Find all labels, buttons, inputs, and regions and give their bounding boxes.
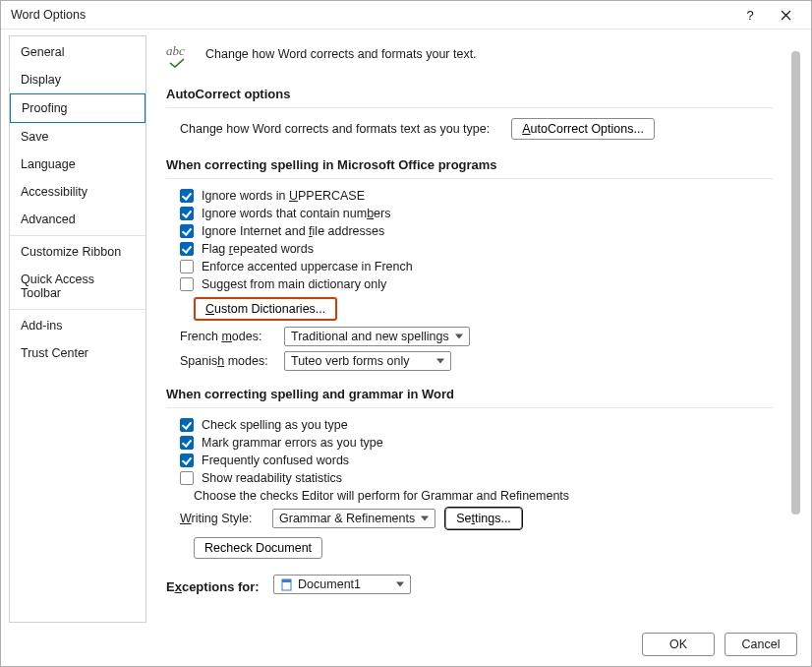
recheck-document-button[interactable]: Recheck Document xyxy=(194,537,322,559)
autocorrect-options-button[interactable]: AutoCorrect Options... xyxy=(511,118,655,140)
sidebar-item-customize-ribbon[interactable]: Customize Ribbon xyxy=(10,238,145,266)
spanish-modes-select[interactable]: Tuteo verb forms only xyxy=(284,351,451,371)
document-icon xyxy=(280,578,293,591)
sidebar-item-display[interactable]: Display xyxy=(10,66,145,93)
divider xyxy=(166,178,773,179)
french-modes-label: French modes: xyxy=(180,330,274,343)
sidebar-item-advanced[interactable]: Advanced xyxy=(10,206,145,233)
word-options-dialog: Word Options ? General Display Proofing … xyxy=(0,0,812,667)
autocorrect-desc: Change how Word corrects and formats tex… xyxy=(180,122,490,136)
titlebar: Word Options ? xyxy=(1,1,811,30)
checkbox-label: Ignore Internet and file addresses xyxy=(202,224,384,238)
office-spell-heading: When correcting spelling in Microsoft Of… xyxy=(166,157,773,172)
exceptions-label: Exceptions for: xyxy=(166,579,260,594)
sidebar-item-qat[interactable]: Quick Access Toolbar xyxy=(10,266,145,307)
settings-button[interactable]: Settings... xyxy=(445,508,522,529)
cancel-button[interactable]: Cancel xyxy=(725,633,797,656)
proofing-icon: abc xyxy=(166,41,194,69)
checkbox-uppercase[interactable] xyxy=(180,189,194,203)
sidebar-item-addins[interactable]: Add-ins xyxy=(10,312,145,339)
checkbox-label: Mark grammar errors as you type xyxy=(202,436,383,450)
writing-style-select[interactable]: Grammar & Refinements xyxy=(272,509,435,528)
dialog-footer: OK Cancel xyxy=(1,623,811,666)
checkbox-confused-words[interactable] xyxy=(180,454,194,467)
sidebar-item-general[interactable]: General xyxy=(10,38,145,66)
checkbox-readability[interactable] xyxy=(180,471,194,485)
checkbox-main-dict[interactable] xyxy=(180,277,194,291)
exceptions-select[interactable]: Document1 xyxy=(273,575,411,594)
sidebar-item-trust-center[interactable]: Trust Center xyxy=(10,339,145,367)
checkbox-label: Suggest from main dictionary only xyxy=(202,277,386,291)
checkbox-label: Check spelling as you type xyxy=(202,418,348,432)
checkbox-repeated[interactable] xyxy=(180,242,194,256)
checkbox-spell-as-type[interactable] xyxy=(180,418,194,432)
checkbox-label: Ignore words that contain numbers xyxy=(202,207,390,220)
help-button[interactable]: ? xyxy=(732,1,768,30)
close-icon xyxy=(781,10,791,21)
svg-rect-1 xyxy=(282,579,291,582)
sidebar-item-save[interactable]: Save xyxy=(10,123,145,151)
autocorrect-heading: AutoCorrect options xyxy=(166,87,773,101)
checkbox-french-accent[interactable] xyxy=(180,260,194,273)
checkbox-internet[interactable] xyxy=(180,224,194,238)
checkbox-numbers[interactable] xyxy=(180,207,194,220)
dialog-title: Word Options xyxy=(11,8,732,22)
options-content: abc Change how Word corrects and formats… xyxy=(154,35,788,623)
custom-dictionaries-button[interactable]: Custom Dictionaries... xyxy=(194,297,337,321)
close-button[interactable] xyxy=(768,1,803,30)
checkbox-grammar-as-type[interactable] xyxy=(180,436,194,450)
sidebar-item-proofing[interactable]: Proofing xyxy=(10,93,145,123)
ok-button[interactable]: OK xyxy=(642,633,715,656)
word-spell-heading: When correcting spelling and grammar in … xyxy=(166,387,773,401)
checkbox-label: Flag repeated words xyxy=(202,242,314,256)
french-modes-select[interactable]: Traditional and new spellings xyxy=(284,327,470,346)
scrollbar-thumb[interactable] xyxy=(791,51,800,515)
sidebar-item-accessibility[interactable]: Accessibility xyxy=(10,178,145,206)
exceptions-row: Exceptions for: Document1 xyxy=(166,575,773,594)
writing-style-label: Writing Style: xyxy=(180,512,262,525)
checkbox-label: Show readability statistics xyxy=(202,471,342,485)
intro-text: Change how Word corrects and formats you… xyxy=(205,41,477,61)
editor-checks-desc: Choose the checks Editor will perform fo… xyxy=(180,489,773,503)
checkbox-label: Enforce accented uppercase in French xyxy=(202,260,413,273)
checkbox-label: Frequently confused words xyxy=(202,454,349,467)
sidebar-item-language[interactable]: Language xyxy=(10,151,145,178)
sidebar-separator xyxy=(10,235,145,236)
checkbox-label: Ignore words in UPPERCASE xyxy=(202,189,365,203)
vertical-scrollbar[interactable] xyxy=(788,35,803,623)
sidebar-separator xyxy=(10,309,145,310)
spanish-modes-label: Spanish modes: xyxy=(180,354,274,368)
divider xyxy=(166,407,773,408)
divider xyxy=(166,107,773,108)
category-sidebar: General Display Proofing Save Language A… xyxy=(9,35,146,623)
